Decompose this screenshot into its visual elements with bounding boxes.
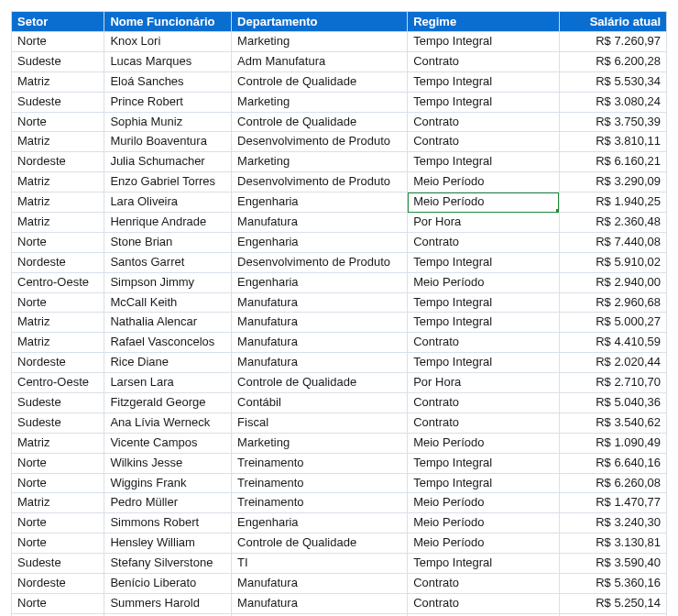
cell-nome[interactable]: Larsen Lara: [104, 373, 232, 393]
cell-nome[interactable]: Prince Robert: [104, 92, 232, 112]
cell-regime[interactable]: Por Hora: [408, 373, 559, 393]
cell-nome[interactable]: Stone Brian: [104, 232, 232, 252]
cell-nome[interactable]: Lara Oliveira: [104, 192, 232, 213]
cell-salario[interactable]: R$ 2.940,00: [559, 272, 666, 292]
cell-nome[interactable]: Simpson Jimmy: [104, 272, 232, 292]
cell-regime[interactable]: Contrato: [408, 393, 559, 413]
cell-regime[interactable]: Contrato: [408, 593, 559, 613]
cell-nome[interactable]: Benício Liberato: [104, 574, 232, 594]
cell-salario[interactable]: R$ 5.000,27: [559, 313, 666, 333]
cell-salario[interactable]: R$ 4.410,59: [559, 333, 666, 353]
cell-salario[interactable]: R$ 5.360,16: [559, 574, 666, 594]
cell-regime[interactable]: Por Hora: [408, 213, 559, 233]
cell-setor[interactable]: Nordeste: [12, 353, 104, 373]
cell-salario[interactable]: R$ 5.910,02: [559, 252, 666, 272]
cell-salario[interactable]: R$ 6.160,21: [559, 152, 666, 172]
cell-regime[interactable]: Meio Período: [408, 534, 559, 554]
cell-nome[interactable]: Julia Schumacher: [104, 152, 232, 172]
cell-regime[interactable]: Contrato: [408, 51, 559, 72]
cell-salario[interactable]: R$ 3.080,24: [559, 92, 666, 112]
cell-departamento[interactable]: Manufatura: [232, 292, 408, 313]
cell-nome[interactable]: Nathalia Alencar: [104, 313, 232, 333]
cell-regime[interactable]: Tempo Integral: [408, 152, 559, 172]
header-setor[interactable]: Setor: [12, 12, 104, 32]
cell-salario[interactable]: R$ 5.250,14: [559, 593, 666, 613]
cell-departamento[interactable]: Desenvolvimento de Produto: [232, 132, 408, 152]
cell-regime[interactable]: Contrato: [408, 412, 559, 433]
cell-setor[interactable]: Nordeste: [12, 574, 104, 594]
cell-setor[interactable]: Norte: [12, 292, 104, 313]
cell-departamento[interactable]: Desenvolvimento de Produto: [232, 252, 408, 272]
cell-nome[interactable]: Henrique Andrade: [104, 213, 232, 233]
cell-nome[interactable]: Santos Garret: [104, 252, 232, 272]
cell-regime[interactable]: Tempo Integral: [408, 353, 559, 373]
cell-departamento[interactable]: Fiscal: [232, 412, 408, 433]
cell-regime[interactable]: Tempo Integral: [408, 72, 559, 92]
cell-departamento[interactable]: TI: [232, 554, 408, 574]
cell-nome[interactable]: Summers Harold: [104, 593, 232, 613]
cell-salario[interactable]: R$ 1.090,49: [559, 433, 666, 453]
cell-salario[interactable]: R$ 6.640,16: [559, 453, 666, 473]
cell-regime[interactable]: Contrato: [408, 574, 559, 594]
cell-nome[interactable]: Pedro Müller: [104, 493, 232, 513]
cell-nome[interactable]: Simmons Robert: [104, 513, 232, 534]
cell-nome[interactable]: Eloá Sanches: [104, 72, 232, 92]
cell-setor[interactable]: Nordeste: [12, 152, 104, 172]
cell-setor[interactable]: Sudeste: [12, 554, 104, 574]
cell-setor[interactable]: Matriz: [12, 132, 104, 152]
cell-regime[interactable]: Tempo Integral: [408, 92, 559, 112]
cell-nome[interactable]: Wilkins Jesse: [104, 453, 232, 473]
cell-nome[interactable]: Rafael Vasconcelos: [104, 333, 232, 353]
header-departamento[interactable]: Departamento: [232, 12, 408, 32]
cell-regime[interactable]: Tempo Integral: [408, 473, 559, 493]
cell-setor[interactable]: Matriz: [12, 433, 104, 453]
cell-regime[interactable]: Contrato: [408, 132, 559, 152]
cell-salario[interactable]: R$ 6.200,28: [559, 51, 666, 72]
cell-nome[interactable]: Ana Lívia Werneck: [104, 412, 232, 433]
cell-regime[interactable]: Meio Período: [408, 433, 559, 453]
cell-setor[interactable]: Matriz: [12, 333, 104, 353]
cell-salario[interactable]: R$ 7.440,08: [559, 232, 666, 252]
cell-departamento[interactable]: Engenharia: [232, 192, 408, 213]
cell-nome[interactable]: Wiggins Frank: [104, 473, 232, 493]
cell-salario[interactable]: R$ 2.360,48: [559, 213, 666, 233]
cell-regime[interactable]: Meio Período: [408, 272, 559, 292]
cell-departamento[interactable]: Manufatura: [232, 593, 408, 613]
cell-setor[interactable]: Matriz: [12, 72, 104, 92]
cell-regime[interactable]: Tempo Integral: [408, 292, 559, 313]
cell-nome[interactable]: Lucas Marques: [104, 51, 232, 72]
cell-regime[interactable]: Meio Período: [408, 513, 559, 534]
cell-nome[interactable]: Murilo Boaventura: [104, 132, 232, 152]
cell-salario[interactable]: R$ 2.020,44: [559, 353, 666, 373]
cell-regime[interactable]: Meio Período: [408, 493, 559, 513]
cell-departamento[interactable]: Marketing: [232, 152, 408, 172]
cell-departamento[interactable]: Manufatura: [232, 574, 408, 594]
cell-nome[interactable]: McCall Keith: [104, 292, 232, 313]
header-nome[interactable]: Nome Funcionário: [104, 12, 232, 32]
cell-nome[interactable]: Enzo Gabriel Torres: [104, 172, 232, 192]
cell-departamento[interactable]: Controle de Qualidade: [232, 534, 408, 554]
cell-departamento[interactable]: Marketing: [232, 433, 408, 453]
cell-setor[interactable]: Norte: [12, 593, 104, 613]
cell-setor[interactable]: Norte: [12, 453, 104, 473]
cell-regime[interactable]: Meio Período: [408, 172, 559, 192]
cell-departamento[interactable]: Desenvolvimento de Produto: [232, 172, 408, 192]
cell-nome[interactable]: Rice Diane: [104, 353, 232, 373]
cell-nome[interactable]: Fitzgerald George: [104, 393, 232, 413]
cell-setor[interactable]: Sudeste: [12, 412, 104, 433]
cell-setor[interactable]: Matriz: [12, 192, 104, 213]
cell-setor[interactable]: Centro-Oeste: [12, 373, 104, 393]
cell-regime[interactable]: Tempo Integral: [408, 32, 559, 52]
cell-salario[interactable]: R$ 3.130,81: [559, 534, 666, 554]
cell-setor[interactable]: Nordeste: [12, 252, 104, 272]
cell-salario[interactable]: R$ 3.290,09: [559, 172, 666, 192]
cell-salario[interactable]: R$ 3.240,30: [559, 513, 666, 534]
cell-departamento[interactable]: Manufatura: [232, 353, 408, 373]
cell-departamento[interactable]: Contábil: [232, 393, 408, 413]
cell-setor[interactable]: Sudeste: [12, 51, 104, 72]
cell-regime[interactable]: Tempo Integral: [408, 313, 559, 333]
cell-departamento[interactable]: Treinamento: [232, 473, 408, 493]
cell-salario[interactable]: R$ 3.540,62: [559, 412, 666, 433]
cell-salario[interactable]: R$ 3.750,39: [559, 112, 666, 132]
cell-departamento[interactable]: Controle de Qualidade: [232, 112, 408, 132]
